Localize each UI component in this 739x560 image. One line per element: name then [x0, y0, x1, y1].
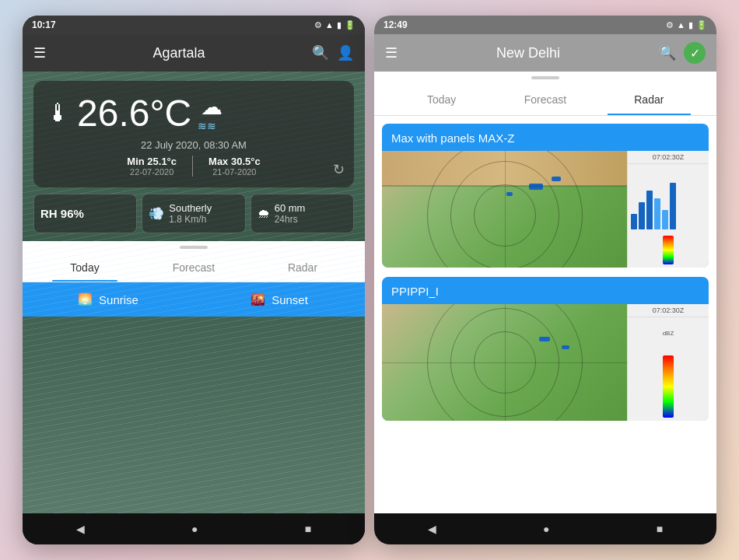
radar-bars [628, 164, 709, 233]
search-icon-right[interactable]: 🔍 [659, 44, 676, 61]
minmax-row: Min 25.1°c 22-07-2020 Max 30.5°c 21-07-2… [46, 156, 341, 177]
thermometer-icon: 🌡 [46, 99, 71, 128]
status-icons-right: ⚙ ▲ ▮ 🔋 [666, 20, 707, 30]
tabs-row-right: Today Forecast Radar [374, 81, 716, 116]
rain-stat: 🌧 60 mm 24hrs [250, 194, 354, 233]
radar-dot-1 [529, 184, 543, 190]
bar-5 [662, 210, 668, 229]
rain-amount: 60 mm [275, 202, 306, 214]
recent-button-right[interactable]: ■ [657, 523, 663, 535]
date-time-display: 22 July 2020, 08:30 AM [46, 139, 341, 151]
radar-map-1: 07:02:30Z [382, 151, 709, 268]
wind-text: Southerly 1.8 Km/h [169, 202, 212, 225]
radar-scale-label: dBZ [631, 330, 706, 337]
radar-card-1-title: Max with panels MAX-Z [382, 124, 709, 151]
bar-chart [631, 167, 706, 229]
bottom-panel-left: Today Forecast Radar 🌅 Sunrise 🌇 Sunset [23, 241, 365, 317]
radar-card-2-title: PPIPPI_I [382, 277, 709, 304]
wifi-icon: ▲ [325, 20, 334, 30]
city-title-left: Agartala [152, 45, 205, 61]
humidity-stat: RH 96% [33, 194, 137, 233]
account-icon[interactable]: 👤 [337, 44, 354, 61]
rain-period: 24hrs [275, 214, 306, 225]
tab-today-left[interactable]: Today [30, 250, 139, 282]
refresh-icon[interactable]: ↻ [333, 161, 345, 178]
status-bar-left: 10:17 ⚙ ▲ ▮ 🔋 [23, 16, 365, 34]
radar-legend-2 [663, 355, 674, 418]
bar-3 [646, 191, 653, 229]
rain-text: 60 mm 24hrs [275, 202, 306, 225]
wind-direction: Southerly [169, 202, 212, 214]
settings-icon-right: ⚙ [666, 20, 674, 30]
home-button-left[interactable]: ● [191, 523, 198, 535]
status-bar-right: 12:49 ⚙ ▲ ▮ 🔋 [374, 16, 716, 34]
stats-row: RH 96% 💨 Southerly 1.8 Km/h 🌧 60 mm 24hr… [33, 194, 354, 233]
status-icons-left: ⚙ ▲ ▮ 🔋 [314, 20, 355, 30]
search-icon[interactable]: 🔍 [312, 44, 329, 61]
weather-icon-area: ☁ ≋≋ [198, 94, 222, 132]
drag-handle [180, 246, 208, 249]
max-temp-date: 21-07-2020 [208, 167, 261, 177]
battery-icon: 🔋 [345, 20, 355, 30]
radar-legend-1 [663, 236, 674, 264]
radar-panel-content-2: dBZ [628, 317, 709, 352]
tabs-row-left: Today Forecast Radar [23, 250, 365, 282]
min-temp-label: Min 25.1°c [127, 156, 177, 167]
radar-timestamp-1: 07:02:30Z [628, 151, 709, 164]
home-button-right[interactable]: ● [543, 523, 549, 535]
radar-dot2-2 [539, 337, 550, 341]
min-temp-item: Min 25.1°c 22-07-2020 [127, 156, 177, 177]
wind-speed: 1.8 Km/h [169, 214, 212, 225]
temperature-row: 🌡 26.6°C ☁ ≋≋ [46, 92, 341, 135]
app-bar-icons-right: 🔍 ✓ [659, 42, 706, 64]
tab-forecast-left[interactable]: Forecast [139, 250, 248, 282]
signal-icon: ▮ [337, 20, 341, 30]
tab-radar-right[interactable]: Radar [597, 81, 701, 115]
wind-icon: 💨 [149, 206, 164, 221]
nav-bar-right: ◀ ● ■ [374, 513, 716, 544]
menu-icon[interactable]: ☰ [33, 44, 46, 61]
grid2-v1 [505, 304, 506, 421]
sunrise-icon: 🌅 [78, 292, 93, 306]
rain-icon: 🌧 [257, 207, 270, 221]
max-temp-item: Max 30.5°c 21-07-2020 [208, 156, 261, 177]
sunset-label: Sunset [271, 293, 308, 306]
radar-dot2-1 [562, 345, 569, 349]
sunset-icon: 🌇 [250, 292, 265, 306]
recent-button-left[interactable]: ■ [305, 523, 311, 535]
app-bar-icons-left: 🔍 👤 [312, 44, 354, 61]
weather-card: 🌡 26.6°C ☁ ≋≋ 22 July 2020, 08:30 AM Min… [33, 81, 354, 187]
sun-bar: 🌅 Sunrise 🌇 Sunset [23, 282, 365, 317]
radar-dot-3 [506, 192, 513, 196]
radar-card-1[interactable]: Max with panels MAX-Z [382, 124, 709, 268]
settings-icon: ⚙ [314, 20, 322, 30]
radar-side-panel-1: 07:02:30Z [627, 151, 709, 268]
weather-background: 🌡 26.6°C ☁ ≋≋ 22 July 2020, 08:30 AM Min… [23, 72, 365, 513]
right-phone: 12:49 ⚙ ▲ ▮ 🔋 ☰ New Delhi 🔍 ✓ Today Fore… [374, 16, 716, 544]
check-icon: ✓ [684, 42, 706, 64]
tab-today-right[interactable]: Today [390, 81, 493, 115]
rain-drops-icon: ≋≋ [198, 120, 222, 132]
back-button-right[interactable]: ◀ [428, 523, 436, 535]
radar-card-2[interactable]: PPIPPI_I 07:02:30Z [382, 277, 709, 421]
menu-icon-right[interactable]: ☰ [385, 44, 398, 61]
status-time-left: 10:17 [32, 19, 56, 30]
city-title-right: New Delhi [496, 45, 560, 61]
min-temp-date: 22-07-2020 [127, 167, 177, 177]
sunrise-item: 🌅 Sunrise [23, 282, 194, 317]
humidity-value: RH 96% [40, 207, 84, 220]
drag-handle-right [531, 76, 559, 79]
tab-radar-left[interactable]: Radar [248, 250, 357, 282]
tab-forecast-right[interactable]: Forecast [493, 81, 597, 115]
bar-4 [654, 198, 660, 229]
minmax-divider [192, 156, 193, 177]
radar-dot-2 [552, 177, 561, 181]
back-button-left[interactable]: ◀ [76, 523, 85, 535]
radar-image-1: 07:02:30Z [382, 151, 709, 268]
radar-timestamp-2: 07:02:30Z [628, 304, 709, 317]
wifi-icon-right: ▲ [677, 20, 685, 30]
content-area-right[interactable]: Today Forecast Radar Max with panels MAX… [374, 72, 716, 513]
cloud-icon: ☁ [201, 95, 222, 119]
grid-v1 [505, 151, 506, 268]
sunset-item: 🌇 Sunset [194, 282, 365, 317]
